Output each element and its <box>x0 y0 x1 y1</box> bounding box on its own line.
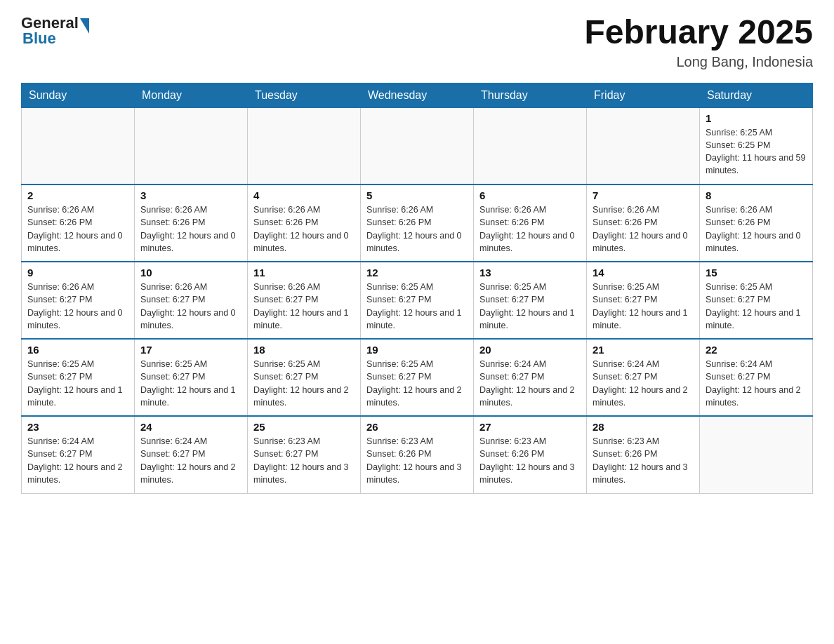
weekday-tuesday: Tuesday <box>248 83 361 107</box>
day-info: Sunrise: 6:26 AMSunset: 6:26 PMDaylight:… <box>253 203 355 255</box>
day-info: Sunrise: 6:25 AMSunset: 6:27 PMDaylight:… <box>706 281 807 332</box>
location-label: Long Bang, Indonesia <box>584 54 813 70</box>
weekday-sunday: Sunday <box>22 83 135 107</box>
calendar-day-cell <box>135 107 248 185</box>
day-info: Sunrise: 6:26 AMSunset: 6:26 PMDaylight:… <box>140 203 241 255</box>
day-info: Sunrise: 6:24 AMSunset: 6:27 PMDaylight:… <box>479 358 581 409</box>
day-number: 9 <box>27 267 128 279</box>
day-info: Sunrise: 6:26 AMSunset: 6:27 PMDaylight:… <box>140 281 241 332</box>
day-info: Sunrise: 6:25 AMSunset: 6:25 PMDaylight:… <box>706 126 807 177</box>
calendar-week-row: 23Sunrise: 6:24 AMSunset: 6:27 PMDayligh… <box>22 416 813 493</box>
month-title: February 2025 <box>584 14 813 51</box>
day-number: 18 <box>253 344 355 356</box>
calendar-day-cell: 10Sunrise: 6:26 AMSunset: 6:27 PMDayligh… <box>135 262 248 339</box>
day-info: Sunrise: 6:23 AMSunset: 6:26 PMDaylight:… <box>593 435 694 486</box>
calendar-day-cell: 6Sunrise: 6:26 AMSunset: 6:26 PMDaylight… <box>474 185 587 262</box>
day-info: Sunrise: 6:26 AMSunset: 6:26 PMDaylight:… <box>593 203 694 255</box>
logo-triangle-icon <box>80 18 89 34</box>
day-info: Sunrise: 6:24 AMSunset: 6:27 PMDaylight:… <box>27 435 128 486</box>
calendar-table: SundayMondayTuesdayWednesdayThursdayFrid… <box>21 83 813 494</box>
day-number: 17 <box>140 344 241 356</box>
day-number: 10 <box>140 267 241 279</box>
calendar-week-row: 2Sunrise: 6:26 AMSunset: 6:26 PMDaylight… <box>22 185 813 262</box>
day-info: Sunrise: 6:23 AMSunset: 6:26 PMDaylight:… <box>366 435 468 486</box>
calendar-day-cell: 3Sunrise: 6:26 AMSunset: 6:26 PMDaylight… <box>135 185 248 262</box>
calendar-day-cell: 26Sunrise: 6:23 AMSunset: 6:26 PMDayligh… <box>361 416 474 493</box>
calendar-day-cell <box>474 107 587 185</box>
page-header: General Blue February 2025 Long Bang, In… <box>21 14 813 70</box>
weekday-wednesday: Wednesday <box>361 83 474 107</box>
day-info: Sunrise: 6:26 AMSunset: 6:26 PMDaylight:… <box>479 203 581 255</box>
weekday-monday: Monday <box>135 83 248 107</box>
day-number: 14 <box>593 267 694 279</box>
calendar-day-cell: 7Sunrise: 6:26 AMSunset: 6:26 PMDaylight… <box>587 185 700 262</box>
day-number: 4 <box>253 189 355 201</box>
calendar-day-cell: 20Sunrise: 6:24 AMSunset: 6:27 PMDayligh… <box>474 339 587 416</box>
day-number: 25 <box>253 421 355 433</box>
calendar-day-cell <box>248 107 361 185</box>
day-number: 16 <box>27 344 128 356</box>
day-number: 12 <box>366 267 468 279</box>
day-info: Sunrise: 6:23 AMSunset: 6:26 PMDaylight:… <box>479 435 581 486</box>
day-info: Sunrise: 6:26 AMSunset: 6:27 PMDaylight:… <box>253 281 355 332</box>
calendar-day-cell: 28Sunrise: 6:23 AMSunset: 6:26 PMDayligh… <box>587 416 700 493</box>
calendar-day-cell: 21Sunrise: 6:24 AMSunset: 6:27 PMDayligh… <box>587 339 700 416</box>
calendar-day-cell: 4Sunrise: 6:26 AMSunset: 6:26 PMDaylight… <box>248 185 361 262</box>
calendar-day-cell: 12Sunrise: 6:25 AMSunset: 6:27 PMDayligh… <box>361 262 474 339</box>
day-number: 3 <box>140 189 241 201</box>
calendar-day-cell: 8Sunrise: 6:26 AMSunset: 6:26 PMDaylight… <box>700 185 813 262</box>
day-info: Sunrise: 6:25 AMSunset: 6:27 PMDaylight:… <box>253 358 355 409</box>
day-number: 27 <box>479 421 581 433</box>
day-number: 26 <box>366 421 468 433</box>
day-number: 11 <box>253 267 355 279</box>
calendar-day-cell: 19Sunrise: 6:25 AMSunset: 6:27 PMDayligh… <box>361 339 474 416</box>
day-number: 6 <box>479 189 581 201</box>
day-number: 21 <box>593 344 694 356</box>
day-info: Sunrise: 6:24 AMSunset: 6:27 PMDaylight:… <box>593 358 694 409</box>
calendar-day-cell: 15Sunrise: 6:25 AMSunset: 6:27 PMDayligh… <box>700 262 813 339</box>
weekday-header-row: SundayMondayTuesdayWednesdayThursdayFrid… <box>22 83 813 107</box>
calendar-day-cell: 22Sunrise: 6:24 AMSunset: 6:27 PMDayligh… <box>700 339 813 416</box>
day-number: 1 <box>706 112 807 124</box>
calendar-week-row: 1Sunrise: 6:25 AMSunset: 6:25 PMDaylight… <box>22 107 813 185</box>
calendar-day-cell <box>22 107 135 185</box>
day-info: Sunrise: 6:25 AMSunset: 6:27 PMDaylight:… <box>140 358 241 409</box>
day-info: Sunrise: 6:25 AMSunset: 6:27 PMDaylight:… <box>593 281 694 332</box>
day-number: 20 <box>479 344 581 356</box>
calendar-day-cell: 14Sunrise: 6:25 AMSunset: 6:27 PMDayligh… <box>587 262 700 339</box>
calendar-week-row: 9Sunrise: 6:26 AMSunset: 6:27 PMDaylight… <box>22 262 813 339</box>
day-info: Sunrise: 6:26 AMSunset: 6:26 PMDaylight:… <box>366 203 468 255</box>
day-info: Sunrise: 6:25 AMSunset: 6:27 PMDaylight:… <box>479 281 581 332</box>
weekday-friday: Friday <box>587 83 700 107</box>
day-number: 28 <box>593 421 694 433</box>
calendar-day-cell: 27Sunrise: 6:23 AMSunset: 6:26 PMDayligh… <box>474 416 587 493</box>
day-info: Sunrise: 6:23 AMSunset: 6:27 PMDaylight:… <box>253 435 355 486</box>
calendar-day-cell: 9Sunrise: 6:26 AMSunset: 6:27 PMDaylight… <box>22 262 135 339</box>
calendar-day-cell: 24Sunrise: 6:24 AMSunset: 6:27 PMDayligh… <box>135 416 248 493</box>
day-info: Sunrise: 6:25 AMSunset: 6:27 PMDaylight:… <box>366 358 468 409</box>
weekday-thursday: Thursday <box>474 83 587 107</box>
day-number: 22 <box>706 344 807 356</box>
calendar-day-cell: 18Sunrise: 6:25 AMSunset: 6:27 PMDayligh… <box>248 339 361 416</box>
calendar-day-cell: 17Sunrise: 6:25 AMSunset: 6:27 PMDayligh… <box>135 339 248 416</box>
day-number: 23 <box>27 421 128 433</box>
day-number: 2 <box>27 189 128 201</box>
logo: General Blue <box>21 14 89 46</box>
day-info: Sunrise: 6:26 AMSunset: 6:26 PMDaylight:… <box>27 203 128 255</box>
day-info: Sunrise: 6:26 AMSunset: 6:27 PMDaylight:… <box>27 281 128 332</box>
calendar-day-cell <box>361 107 474 185</box>
weekday-saturday: Saturday <box>700 83 813 107</box>
calendar-day-cell: 2Sunrise: 6:26 AMSunset: 6:26 PMDaylight… <box>22 185 135 262</box>
day-info: Sunrise: 6:25 AMSunset: 6:27 PMDaylight:… <box>366 281 468 332</box>
day-number: 7 <box>593 189 694 201</box>
calendar-day-cell: 16Sunrise: 6:25 AMSunset: 6:27 PMDayligh… <box>22 339 135 416</box>
day-number: 24 <box>140 421 241 433</box>
day-info: Sunrise: 6:24 AMSunset: 6:27 PMDaylight:… <box>140 435 241 486</box>
calendar-day-cell <box>587 107 700 185</box>
day-number: 15 <box>706 267 807 279</box>
calendar-day-cell: 25Sunrise: 6:23 AMSunset: 6:27 PMDayligh… <box>248 416 361 493</box>
day-number: 13 <box>479 267 581 279</box>
day-info: Sunrise: 6:24 AMSunset: 6:27 PMDaylight:… <box>706 358 807 409</box>
calendar-day-cell: 13Sunrise: 6:25 AMSunset: 6:27 PMDayligh… <box>474 262 587 339</box>
title-block: February 2025 Long Bang, Indonesia <box>584 14 813 70</box>
